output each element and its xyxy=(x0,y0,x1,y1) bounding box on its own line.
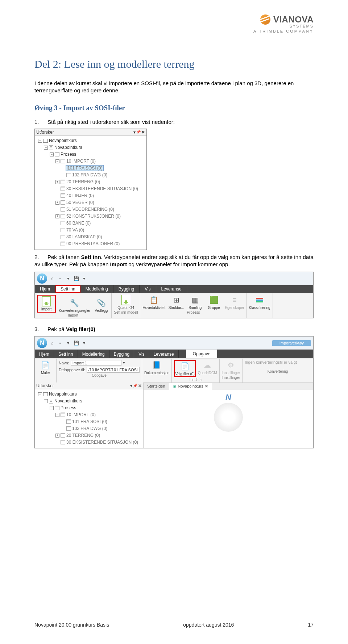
expand-toggle[interactable]: + xyxy=(55,214,59,218)
expand-toggle[interactable]: − xyxy=(50,152,54,156)
ribbon-tab[interactable]: Sett inn xyxy=(55,285,80,293)
pin-icon[interactable]: 📌 xyxy=(133,384,137,388)
save-icon[interactable]: 💾 xyxy=(73,276,79,281)
ribbon-tab[interactable]: Modellering xyxy=(78,350,109,358)
expand-toggle[interactable]: + xyxy=(55,180,59,184)
tree-row[interactable]: +50 VEGER (0) xyxy=(36,199,146,206)
tree-row[interactable]: 70 VA (0) xyxy=(36,227,146,234)
ribbon-tab[interactable]: Hjem xyxy=(35,350,54,358)
ribbon-tab[interactable]: Sett inn xyxy=(54,350,78,358)
document-tabs[interactable]: Startsiden ◉ Novapointkurs ✕ xyxy=(144,382,313,390)
vedlegg-button[interactable]: 📎Vedlegg xyxy=(93,298,109,313)
save-icon[interactable]: 💾 xyxy=(73,340,79,346)
expand-toggle[interactable]: − xyxy=(38,392,42,396)
app-orb-icon[interactable]: N xyxy=(37,273,47,284)
velg-filer-button[interactable]: 📄 Velg filer (0) xyxy=(175,361,194,376)
doc-icon[interactable]: ▫ xyxy=(57,276,63,281)
tree-row[interactable]: 40 LINJER (0) xyxy=(36,192,146,199)
ribbon-tab[interactable]: Vis xyxy=(140,285,156,293)
dropdown-icon[interactable]: ▾ xyxy=(65,340,71,346)
tree-row[interactable]: 102 FRA DWG (0) xyxy=(36,425,142,432)
tree-row[interactable]: +52 KONSTRUKSJONER (0) xyxy=(36,213,146,220)
close-icon[interactable]: ✕ xyxy=(138,383,142,388)
expand-toggle[interactable]: − xyxy=(44,399,48,403)
expand-toggle[interactable]: − xyxy=(50,406,54,410)
brand-sub: A TRIMBLE COMPANY xyxy=(253,29,314,33)
group-label: Sett inn modell xyxy=(114,310,138,314)
tree-row[interactable]: −10 IMPORT (0) xyxy=(36,158,146,165)
tree-row[interactable]: −Novapointkurs xyxy=(36,391,142,398)
konverteringsregler-button[interactable]: 🔧Konverteringsregler xyxy=(59,298,90,313)
doc-icon[interactable]: ▫ xyxy=(57,340,63,346)
ribbon-tab[interactable]: Vis xyxy=(134,350,149,358)
tree-view[interactable]: −Novapointkurs−Novapointkurs−Prosess−10 … xyxy=(35,136,146,250)
app-orb-icon[interactable]: N xyxy=(37,338,47,348)
dropdown-icon[interactable]: ▾ xyxy=(65,276,71,281)
dropdown-icon[interactable]: ▾ xyxy=(130,383,132,388)
navn-input[interactable]: Import 1 xyxy=(71,360,121,366)
tree-row[interactable]: −10 IMPORT (0) xyxy=(36,411,142,418)
ribbon-tab[interactable]: Hjem xyxy=(35,285,55,293)
tree-row[interactable]: +20 TERRENG (0) xyxy=(36,432,142,439)
ribbon-tab[interactable]: Leveranse xyxy=(149,350,179,358)
struktur--button[interactable]: ⊞Struktur... xyxy=(168,295,184,310)
ribbon-tabs[interactable]: HjemSett innModelleringByggingVisLeveran… xyxy=(35,285,313,293)
dokumentasjon-button[interactable]: 📘 Dokumentasjon xyxy=(144,360,169,375)
ribbon-icon xyxy=(121,295,131,305)
tree-label: 10 IMPORT (0) xyxy=(66,159,96,164)
tree-label: 102 FRA DWG (0) xyxy=(72,426,107,431)
dropdown-icon[interactable]: ▾ xyxy=(81,340,87,346)
expand-toggle[interactable]: + xyxy=(55,434,59,438)
import-button[interactable]: Import xyxy=(38,296,54,311)
pin-icon[interactable]: 📌 xyxy=(136,130,141,134)
tree-row[interactable]: −Novapointkurs xyxy=(36,398,142,405)
ribbon-tab[interactable]: Leveranse xyxy=(156,285,187,293)
quadri-g4-button[interactable]: Quadri G4 xyxy=(117,295,134,310)
tree-row[interactable]: −Novapointkurs xyxy=(36,137,146,144)
ribbon-tab[interactable]: Bygging xyxy=(113,285,140,293)
tree-label: Prosess xyxy=(61,152,76,157)
context-tab: Importverktøy xyxy=(272,340,311,346)
deloppgave-input[interactable]: /10 IMPORT/101 FRA SOSI xyxy=(87,367,140,373)
tree-row[interactable]: 51 VEGDRENERING (0) xyxy=(36,206,146,213)
tree-row[interactable]: −Prosess xyxy=(36,151,146,158)
dropdown-icon[interactable]: ▾ xyxy=(81,276,87,281)
tab-startsiden[interactable]: Startsiden xyxy=(144,383,169,390)
home-icon[interactable]: ⌂ xyxy=(49,340,55,346)
tree-row[interactable]: −Prosess xyxy=(36,405,142,411)
ribbon-tabs[interactable]: HjemSett innModelleringByggingVisLeveran… xyxy=(35,350,313,358)
tab-novapointkurs[interactable]: ◉ Novapointkurs ✕ xyxy=(169,383,212,390)
maler-button[interactable]: 📄 Maler xyxy=(37,360,54,375)
tree-row[interactable]: 30 EKSISTERENDE SITUASJON (0) xyxy=(36,439,142,446)
context-subtab[interactable]: Oppgave xyxy=(186,350,218,358)
ribbon-tab[interactable]: Modellering xyxy=(80,285,113,293)
tree-row[interactable]: −Novapointkurs xyxy=(36,144,146,151)
compass-circle-icon xyxy=(214,403,243,432)
gruppe-button[interactable]: 🟩Gruppe xyxy=(206,295,222,310)
hovedaktivitet-button[interactable]: 📋Hovedaktivitet xyxy=(142,295,165,310)
samling-button[interactable]: ▦Samling xyxy=(187,295,203,310)
klassifisering-button[interactable]: Klassifisering xyxy=(249,295,270,310)
close-icon[interactable]: ✕ xyxy=(141,130,145,135)
ribbon-tab[interactable]: Bygging xyxy=(109,350,134,358)
tree-row[interactable]: 90 PRESENTASJONER (0) xyxy=(36,241,146,247)
home-icon[interactable]: ⌂ xyxy=(49,276,55,281)
expand-toggle[interactable]: − xyxy=(55,413,59,417)
tree-row[interactable]: 102 FRA DWG (0) xyxy=(36,172,146,179)
tree-view[interactable]: −Novapointkurs−Novapointkurs−Prosess−10 … xyxy=(35,389,143,448)
panel-titlebar: Utforsker ▾ 📌 ✕ xyxy=(35,382,143,389)
close-icon[interactable]: ✕ xyxy=(205,384,208,389)
tree-row[interactable]: 60 BANE (0) xyxy=(36,220,146,227)
expand-toggle[interactable]: − xyxy=(44,146,48,150)
dropdown-icon[interactable]: ▾ xyxy=(133,130,136,135)
cal-icon xyxy=(61,193,65,198)
expand-toggle[interactable]: − xyxy=(38,139,42,143)
tree-row[interactable]: 101 FRA SOSI (0) xyxy=(36,165,146,172)
ribbon-icon xyxy=(254,295,265,305)
tree-row[interactable]: 101 FRA SOSI (0) xyxy=(36,418,142,425)
expand-toggle[interactable]: + xyxy=(55,201,59,205)
expand-toggle[interactable]: − xyxy=(55,159,59,163)
tree-row[interactable]: 80 LANDSKAP (0) xyxy=(36,234,146,241)
tree-row[interactable]: 30 EKSISTERENDE SITUASJON (0) xyxy=(36,185,146,192)
tree-row[interactable]: +20 TERRENG (0) xyxy=(36,179,146,185)
